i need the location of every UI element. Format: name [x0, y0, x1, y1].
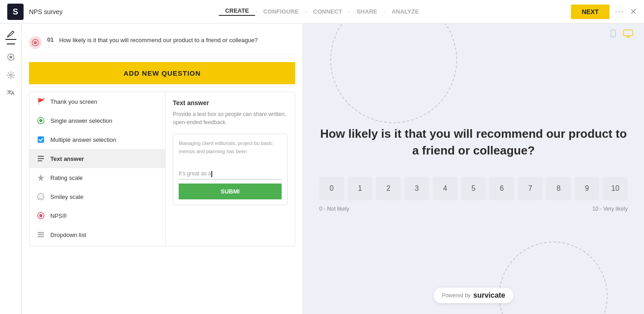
svg-rect-18: [38, 232, 44, 233]
right-preview: How likely is it that you will recommend…: [303, 24, 644, 314]
device-icons: [609, 29, 633, 40]
nav-step-connect[interactable]: CONNECT: [307, 8, 348, 15]
preview-submit-button[interactable]: SUBMI: [179, 184, 282, 199]
nav-step-create[interactable]: CREATE: [219, 7, 255, 16]
desktop-icon[interactable]: [623, 29, 633, 40]
svg-point-15: [42, 196, 43, 197]
svg-text:S: S: [13, 7, 18, 16]
left-sidebar: [0, 24, 22, 314]
powered-by-label: Powered by: [442, 292, 470, 299]
svg-point-28: [613, 36, 614, 37]
svg-point-17: [39, 214, 43, 217]
svg-rect-11: [38, 158, 44, 159]
nps-btn-0[interactable]: 0: [319, 177, 344, 200]
question-item[interactable]: 01 How likely is it that you will recomm…: [29, 31, 295, 55]
svg-point-4: [10, 74, 12, 77]
preview-title: Text answer: [173, 99, 288, 106]
type-smiley-scale-icon: [36, 192, 46, 202]
svg-point-14: [39, 196, 40, 197]
svg-point-13: [38, 193, 44, 200]
nps-btn-9[interactable]: 9: [575, 177, 600, 200]
input-cursor: [211, 171, 212, 177]
type-smiley-scale[interactable]: Smiley scale: [29, 187, 165, 206]
question-type-picker: 🚩 Thank you screen Single answer selecti…: [29, 92, 295, 246]
nps-btn-6[interactable]: 6: [489, 177, 514, 200]
nps-btn-2[interactable]: 2: [376, 177, 401, 200]
top-nav: S NPS survey CREATE › CONFIGURE › CONNEC…: [0, 0, 644, 24]
preview-text-content: Managing client editorials, project bu b…: [179, 140, 282, 167]
nps-btn-5[interactable]: 5: [461, 177, 486, 200]
nps-scale: 012345678910: [319, 177, 628, 200]
nps-btn-10[interactable]: 10: [603, 177, 628, 200]
nav-step-share[interactable]: SHARE: [350, 8, 384, 15]
type-multiple-answer-label: Multiple answer selection: [50, 136, 116, 143]
svg-rect-20: [38, 236, 44, 237]
nps-label-high: 10 - Very likely: [592, 206, 628, 212]
nps-btn-3[interactable]: 3: [405, 177, 429, 200]
question-type-list: 🚩 Thank you screen Single answer selecti…: [29, 92, 166, 246]
type-thank-you[interactable]: 🚩 Thank you screen: [29, 92, 165, 111]
question-text: How likely is it that you will recommend…: [59, 36, 258, 44]
app-title: NPS survey: [29, 8, 63, 15]
type-multiple-answer-icon: [36, 135, 46, 145]
type-nps-icon: [36, 211, 46, 221]
sidebar-icon-translate[interactable]: [5, 88, 16, 99]
svg-rect-10: [38, 156, 44, 157]
nps-btn-8[interactable]: 8: [546, 177, 571, 200]
type-rating-scale-label: Rating scale: [50, 174, 83, 181]
deco-circle-bottom: [499, 242, 608, 314]
main-content: 01 How likely is it that you will recomm…: [22, 24, 644, 314]
type-thank-you-icon: 🚩: [36, 97, 46, 106]
nps-icon: [29, 36, 42, 49]
svg-point-3: [10, 56, 12, 58]
type-dropdown[interactable]: Dropdown list: [29, 225, 165, 244]
type-dropdown-label: Dropdown list: [50, 232, 86, 238]
nps-btn-4[interactable]: 4: [433, 177, 458, 200]
add-question-button[interactable]: ADD NEW QUESTION: [29, 62, 295, 84]
survey-question: How likely is it that you will recommend…: [319, 126, 628, 159]
preview-box: Managing client editorials, project bu b…: [173, 134, 288, 205]
type-text-answer-icon: [36, 154, 46, 164]
type-rating-scale[interactable]: Rating scale: [29, 168, 165, 187]
brand-logo[interactable]: S: [7, 4, 24, 20]
nps-labels: 0 - Not likely 10 - Very likely: [319, 206, 628, 212]
type-nps[interactable]: NPS®: [29, 206, 165, 225]
survey-preview-card: How likely is it that you will recommend…: [303, 107, 644, 230]
type-matrix[interactable]: Matrix: [29, 244, 165, 246]
close-button[interactable]: ✕: [630, 7, 637, 17]
nav-steps: CREATE › CONFIGURE › CONNECT › SHARE › A…: [219, 7, 425, 16]
svg-rect-19: [38, 234, 44, 236]
mobile-icon[interactable]: [609, 29, 618, 40]
powered-by: Powered by survicate: [434, 288, 513, 303]
sidebar-icon-theme[interactable]: [5, 52, 16, 63]
sidebar-icon-edit[interactable]: [5, 29, 16, 40]
svg-point-8: [39, 119, 43, 122]
nps-btn-7[interactable]: 7: [518, 177, 543, 200]
type-smiley-scale-label: Smiley scale: [50, 193, 83, 200]
type-text-answer[interactable]: Text answer: [29, 149, 165, 168]
type-nps-label: NPS®: [50, 213, 67, 219]
type-text-answer-label: Text answer: [50, 155, 84, 162]
preview-description: Provide a text box so people can share w…: [173, 110, 288, 126]
nps-label-low: 0 - Not likely: [319, 206, 349, 212]
svg-rect-29: [624, 30, 633, 36]
type-thank-you-label: Thank you screen: [50, 98, 97, 105]
nav-step-analyze[interactable]: ANALYZE: [385, 8, 425, 15]
sidebar-icon-settings[interactable]: [5, 70, 16, 81]
text-answer-preview: Text answer Provide a text box so people…: [166, 92, 295, 246]
type-single-answer-label: Single answer selection: [50, 117, 112, 124]
left-panel: 01 How likely is it that you will recomm…: [22, 24, 303, 314]
type-single-answer-icon: [36, 116, 46, 126]
more-options-button[interactable]: ···: [615, 7, 624, 16]
preview-input-line: It's great as a: [179, 170, 282, 180]
type-multiple-answer[interactable]: Multiple answer selection: [29, 130, 165, 149]
svg-point-6: [34, 41, 37, 44]
nav-step-configure[interactable]: CONFIGURE: [257, 8, 305, 15]
survicate-brand: survicate: [473, 291, 505, 300]
svg-rect-12: [38, 160, 42, 161]
type-dropdown-icon: [36, 230, 46, 240]
type-rating-scale-icon: [36, 173, 46, 183]
next-button[interactable]: NEXT: [571, 5, 610, 19]
nps-btn-1[interactable]: 1: [348, 177, 373, 200]
type-single-answer[interactable]: Single answer selection: [29, 111, 165, 130]
